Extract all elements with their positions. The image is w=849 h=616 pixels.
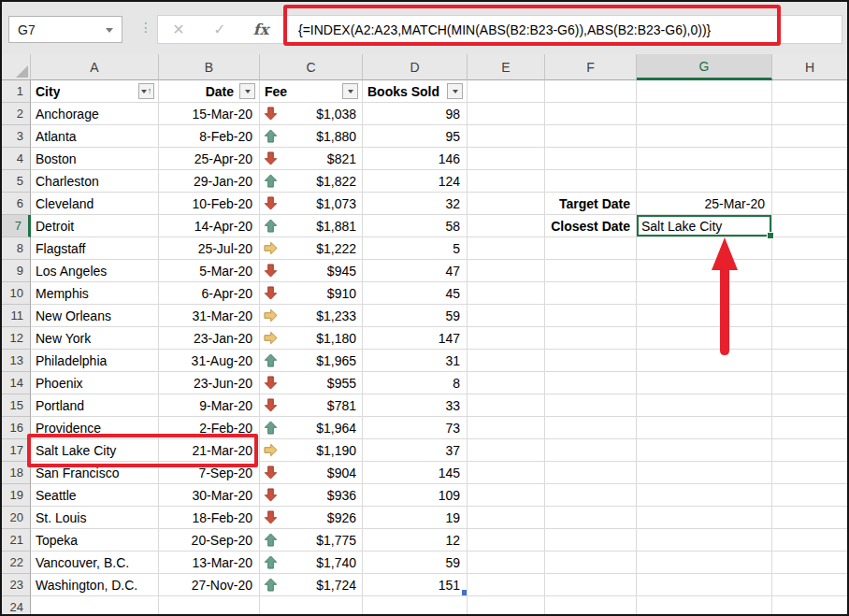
cell-fee[interactable]: $1,180 (260, 327, 363, 350)
cell-f[interactable] (545, 529, 637, 552)
cell-h[interactable] (772, 148, 847, 170)
cell-e[interactable] (468, 260, 545, 282)
cell-date[interactable]: 9-Mar-20 (159, 394, 260, 417)
cell-city[interactable]: New Orleans (31, 305, 159, 327)
row-number[interactable]: 10 (2, 282, 31, 305)
cell-date[interactable]: 25-Apr-20 (159, 148, 260, 170)
cell-g[interactable] (637, 417, 772, 439)
cell-date[interactable]: 8-Feb-20 (159, 125, 260, 148)
cell-books-sold[interactable]: 151 (363, 574, 468, 596)
column-header-e[interactable]: E (468, 54, 545, 80)
cell-f[interactable] (545, 350, 637, 372)
selected-cell-closest-date[interactable]: Salt Lake City (637, 215, 772, 237)
cell-g[interactable] (637, 170, 772, 193)
cell-date[interactable]: 31-Mar-20 (159, 305, 260, 327)
row-number[interactable]: 14 (2, 372, 31, 394)
cell-h[interactable] (772, 439, 847, 462)
target-date-label[interactable]: Target Date (545, 193, 637, 215)
cell-books-sold[interactable]: 95 (363, 125, 468, 148)
cell-f[interactable] (545, 462, 637, 484)
cell-city[interactable]: Portland (31, 394, 159, 417)
cell-books-sold[interactable]: 31 (363, 350, 468, 372)
column-header-b[interactable]: B (159, 54, 260, 80)
cell-f[interactable] (545, 125, 637, 148)
cell-f[interactable] (545, 282, 637, 305)
cell-h[interactable] (772, 103, 847, 125)
row-number[interactable]: 8 (2, 237, 31, 260)
cell-f[interactable] (545, 417, 637, 439)
cell-e[interactable] (468, 148, 545, 170)
cell-g[interactable] (637, 237, 772, 260)
cell-f[interactable] (545, 507, 637, 529)
cell-f[interactable] (545, 170, 637, 193)
row-number[interactable]: 1 (2, 80, 31, 103)
cell-books-sold[interactable]: 12 (363, 529, 468, 552)
cell-g[interactable] (637, 372, 772, 394)
column-header-g[interactable]: G (637, 54, 772, 80)
cell-date[interactable]: 23-Jun-20 (159, 372, 260, 394)
cell-g[interactable] (637, 574, 772, 596)
cell-e[interactable] (468, 574, 545, 596)
row-number[interactable]: 21 (2, 529, 31, 552)
cell-e[interactable] (468, 394, 545, 417)
cell-h[interactable] (772, 327, 847, 350)
cell-h[interactable] (772, 125, 847, 148)
cell-g[interactable] (637, 148, 772, 170)
column-header-a[interactable]: A (31, 54, 159, 80)
cell-fee[interactable]: $926 (260, 507, 363, 529)
closest-date-label[interactable]: Closest Date (545, 215, 637, 237)
cell-city[interactable] (31, 596, 159, 616)
cell-city[interactable]: Anchorage (31, 103, 159, 125)
row-number[interactable]: 20 (2, 507, 31, 529)
formula-text[interactable]: {=INDEX(A2:A23,MATCH(MIN(ABS(B2:B23-G6))… (286, 22, 711, 37)
row-number[interactable]: 15 (2, 394, 31, 417)
cell-date[interactable]: 25-Jul-20 (159, 237, 260, 260)
cell-h[interactable] (772, 80, 847, 103)
cell-books-sold[interactable]: 124 (363, 170, 468, 193)
cell-date[interactable]: 21-Mar-20 (159, 439, 260, 462)
cell-city[interactable]: Boston (31, 148, 159, 170)
cell-e[interactable] (468, 462, 545, 484)
cell-g[interactable] (637, 103, 772, 125)
cell-books-sold[interactable]: 32 (363, 193, 468, 215)
cell-fee[interactable]: $1,822 (260, 170, 363, 193)
cell-city[interactable]: Washington, D.C. (31, 574, 159, 596)
enter-icon[interactable]: ✓ (199, 21, 240, 38)
cell-date[interactable]: 18-Feb-20 (159, 507, 260, 529)
cell-g[interactable] (637, 462, 772, 484)
row-number[interactable]: 22 (2, 552, 31, 574)
cell-f[interactable] (545, 103, 637, 125)
cell-date[interactable]: 14-Apr-20 (159, 215, 260, 237)
cell-books-sold[interactable]: 19 (363, 507, 468, 529)
cell-e[interactable] (468, 282, 545, 305)
cell-date[interactable]: 29-Jan-20 (159, 170, 260, 193)
drag-dots-icon[interactable]: ⋮ (139, 20, 147, 36)
cell-fee[interactable]: $1,222 (260, 237, 363, 260)
cell-books-sold[interactable]: 47 (363, 260, 468, 282)
row-number[interactable]: 2 (2, 103, 31, 125)
column-header-h[interactable]: H (772, 54, 847, 80)
cell-city[interactable]: Vancouver, B.C. (31, 552, 159, 574)
cell-f[interactable] (545, 596, 637, 616)
cell-h[interactable] (772, 574, 847, 596)
city-sort-filter-button[interactable]: ↑ (138, 83, 154, 99)
cell-books-sold[interactable]: 59 (363, 305, 468, 327)
cell-city[interactable]: Phoenix (31, 372, 159, 394)
cell-g[interactable] (637, 350, 772, 372)
cell-g[interactable] (637, 552, 772, 574)
cell-fee[interactable]: $821 (260, 148, 363, 170)
row-number[interactable]: 12 (2, 327, 31, 350)
cell-g[interactable] (637, 439, 772, 462)
cell-f[interactable] (545, 327, 637, 350)
cell-date[interactable]: 7-Sep-20 (159, 462, 260, 484)
cell-e[interactable] (468, 125, 545, 148)
cell-books-sold[interactable]: 33 (363, 394, 468, 417)
cell-city[interactable]: New York (31, 327, 159, 350)
cell-e[interactable] (468, 507, 545, 529)
cell-books-sold[interactable] (363, 596, 468, 616)
cell-city[interactable]: Providence (31, 417, 159, 439)
cell-fee[interactable]: $1,880 (260, 125, 363, 148)
cell-h[interactable] (772, 552, 847, 574)
cell-e[interactable] (468, 215, 545, 237)
cell-f[interactable] (545, 552, 637, 574)
